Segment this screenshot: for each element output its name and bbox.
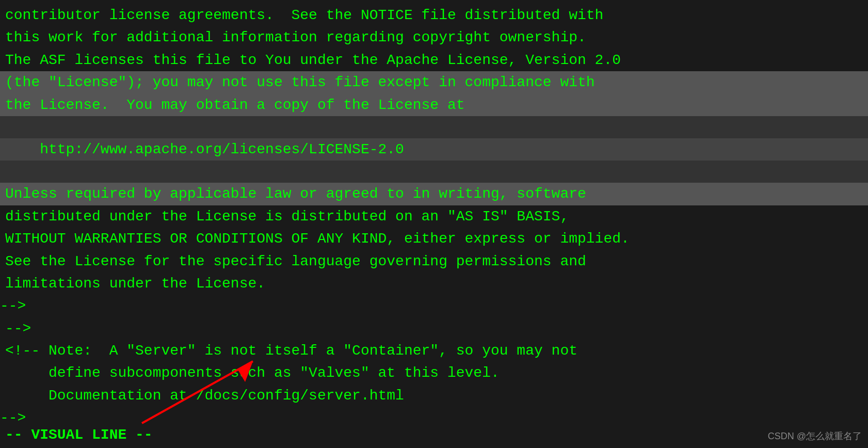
code-line-3: The ASF licenses this file to You under … xyxy=(0,49,868,71)
code-line-17: Documentation at /docs/config/server.htm… xyxy=(0,385,868,407)
code-line-1: contributor license agreements. See the … xyxy=(0,4,868,26)
code-line-11: WITHOUT WARRANTIES OR CONDITIONS OF ANY … xyxy=(0,228,868,250)
visual-line-indicator: -- VISUAL LINE -- xyxy=(5,427,153,443)
code-line-7: http://www.apache.org/licenses/LICENSE-2… xyxy=(0,138,868,161)
status-bar: -- VISUAL LINE -- xyxy=(0,422,868,448)
editor-container: contributor license agreements. See the … xyxy=(0,0,868,448)
code-line-10: distributed under the License is distrib… xyxy=(0,205,868,228)
code-content: contributor license agreements. See the … xyxy=(0,0,868,448)
watermark: CSDN @怎么就重名了 xyxy=(768,429,862,444)
code-line-9: Unless required by applicable law or agr… xyxy=(0,183,868,205)
code-line-16: define subcomponents such as "Valves" at… xyxy=(0,362,868,384)
code-line-8 xyxy=(0,161,868,183)
code-line-6 xyxy=(0,116,868,138)
code-line-15: <!-- Note: A "Server" is not itself a "C… xyxy=(0,340,868,362)
code-line-4: (the "License"); you may not use this fi… xyxy=(0,71,868,93)
code-line-14: --> xyxy=(0,317,868,340)
code-line-5: the License. You may obtain a copy of th… xyxy=(0,94,868,116)
code-line-12: See the License for the specific languag… xyxy=(0,250,868,273)
code-line-2: this work for additional information reg… xyxy=(0,26,868,49)
code-line-13: limitations under the License. xyxy=(0,273,868,295)
